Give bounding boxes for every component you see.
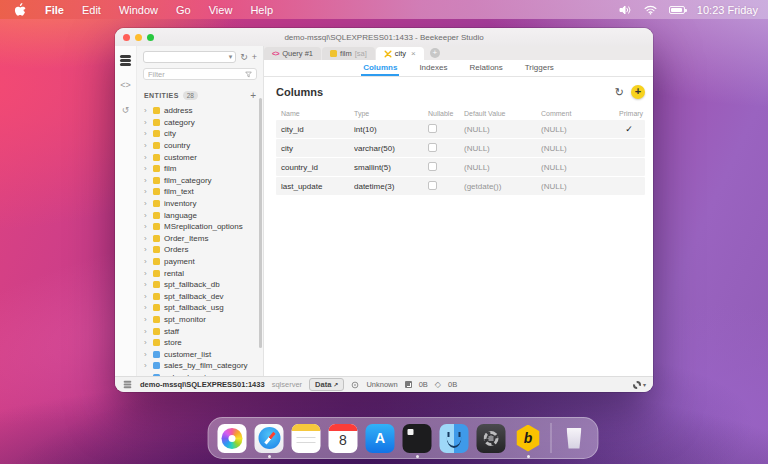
expand-caret-icon[interactable]: › [144, 118, 149, 127]
dock-notes-icon[interactable] [292, 424, 321, 453]
dock-trash-icon[interactable] [560, 424, 589, 453]
expand-caret-icon[interactable]: › [144, 373, 149, 376]
sidebar-entity[interactable]: › film_category [144, 175, 263, 187]
sidebar-scrollbar[interactable] [259, 98, 262, 348]
new-tab-button[interactable]: + [430, 48, 440, 58]
sidebar-entity[interactable]: › film_text [144, 186, 263, 198]
settings-gear-button[interactable]: ▾ [633, 381, 646, 389]
add-entity-icon[interactable]: + [250, 90, 256, 101]
menu-item-help[interactable]: Help [241, 4, 282, 16]
nullable-checkbox[interactable] [428, 181, 437, 190]
default-value-cell[interactable]: (NULL) [464, 144, 541, 153]
expand-caret-icon[interactable]: › [144, 350, 149, 359]
refresh-columns-icon[interactable]: ↻ [615, 87, 624, 98]
sidebar-entity[interactable]: › film [144, 163, 263, 175]
dock-photos-icon[interactable] [218, 424, 247, 453]
nullable-cell[interactable] [428, 143, 464, 154]
sidebar-entity[interactable]: › country [144, 140, 263, 152]
dock-settings-icon[interactable] [477, 424, 506, 453]
comment-cell[interactable]: (NULL) [541, 163, 619, 172]
expand-caret-icon[interactable]: › [144, 245, 149, 254]
sidebar-entity[interactable]: › customer_list [144, 348, 263, 360]
expand-caret-icon[interactable]: › [144, 280, 149, 289]
comment-cell[interactable]: (NULL) [541, 144, 619, 153]
expand-caret-icon[interactable]: › [144, 257, 149, 266]
entity-filter-input[interactable] [148, 70, 245, 79]
expand-caret-icon[interactable]: › [144, 199, 149, 208]
table-row[interactable]: city varchar(50) (NULL) (NULL) × [276, 139, 645, 157]
menu-item-view[interactable]: View [200, 4, 242, 16]
database-select[interactable]: ▾ [143, 51, 236, 63]
dock-appstore-icon[interactable] [366, 424, 395, 453]
dock-safari-icon[interactable] [255, 424, 284, 453]
subtab-indexes[interactable]: Indexes [417, 63, 449, 76]
add-column-button[interactable]: + [631, 85, 645, 99]
dock-calendar-icon[interactable]: 8 [329, 424, 358, 453]
expand-caret-icon[interactable]: › [144, 153, 149, 162]
expand-caret-icon[interactable]: › [144, 164, 149, 173]
tab-film[interactable]: film [sa] [322, 47, 375, 60]
expand-caret-icon[interactable]: › [144, 327, 149, 336]
primary-key-check[interactable]: ✓ [619, 124, 639, 134]
expand-caret-icon[interactable]: › [144, 303, 149, 312]
close-tab-icon[interactable]: × [411, 49, 416, 58]
expand-caret-icon[interactable]: › [144, 315, 149, 324]
default-value-cell[interactable]: (NULL) [464, 125, 541, 134]
filter-funnel-icon[interactable] [245, 71, 252, 78]
nullable-cell[interactable] [428, 181, 464, 192]
wifi-icon[interactable] [644, 5, 657, 15]
expand-caret-icon[interactable]: › [144, 269, 149, 278]
dock-dark-app-icon[interactable] [403, 424, 432, 453]
sidebar-entity[interactable]: › language [144, 209, 263, 221]
column-type-cell[interactable]: int(10) [354, 125, 428, 134]
sidebar-entity[interactable]: › city [144, 128, 263, 140]
sidebar-entity[interactable]: › payment [144, 256, 263, 268]
menu-item-file[interactable]: File [36, 4, 73, 16]
expand-caret-icon[interactable]: › [144, 141, 149, 150]
column-type-cell[interactable]: varchar(50) [354, 144, 428, 153]
expand-caret-icon[interactable]: › [144, 187, 149, 196]
subtab-columns[interactable]: Columns [361, 63, 399, 76]
table-row[interactable]: country_id smallint(5) (NULL) (NULL) × [276, 158, 645, 176]
data-mode-button[interactable]: Data ↗ [309, 378, 344, 391]
table-row[interactable]: last_update datetime(3) (getdate()) (NUL… [276, 177, 645, 195]
sidebar-entity[interactable]: › sales_by_film_category [144, 360, 263, 372]
entity-filter[interactable] [143, 68, 257, 80]
sidebar-entity[interactable]: › sales_by_store [144, 372, 263, 376]
nullable-cell[interactable] [428, 162, 464, 173]
history-nav-icon[interactable]: ↺ [119, 104, 133, 116]
expand-caret-icon[interactable]: › [144, 222, 149, 231]
tab-query-1[interactable]: <> Query #1 [264, 47, 321, 60]
expand-caret-icon[interactable]: › [144, 211, 149, 220]
sidebar-entity[interactable]: › customer [144, 151, 263, 163]
nullable-checkbox[interactable] [428, 162, 437, 171]
dock-beekeeper-icon[interactable]: b [514, 424, 543, 453]
column-name-cell[interactable]: city_id [276, 125, 354, 134]
default-value-cell[interactable]: (NULL) [464, 163, 541, 172]
sidebar-entity[interactable]: › Order_Items [144, 233, 263, 245]
nullable-checkbox[interactable] [428, 124, 437, 133]
column-name-cell[interactable]: country_id [276, 163, 354, 172]
sidebar-entity[interactable]: › store [144, 337, 263, 349]
expand-caret-icon[interactable]: › [144, 361, 149, 370]
tab-city[interactable]: city × [376, 47, 424, 60]
queries-nav-icon[interactable]: <> [119, 79, 133, 91]
nullable-checkbox[interactable] [428, 143, 437, 152]
nullable-cell[interactable] [428, 124, 464, 135]
sidebar-entity[interactable]: › spt_fallback_db [144, 279, 263, 291]
subtab-triggers[interactable]: Triggers [523, 63, 556, 76]
expand-caret-icon[interactable]: › [144, 176, 149, 185]
sidebar-entity[interactable]: › staff [144, 325, 263, 337]
sidebar-entity[interactable]: › MSreplication_options [144, 221, 263, 233]
menu-item-go[interactable]: Go [167, 4, 200, 16]
column-name-cell[interactable]: last_update [276, 182, 354, 191]
sidebar-entity[interactable]: › inventory [144, 198, 263, 210]
table-row[interactable]: city_id int(10) (NULL) (NULL) ✓ × [276, 120, 645, 138]
sidebar-entity[interactable]: › rental [144, 267, 263, 279]
refresh-entities-icon[interactable]: ↻ [240, 53, 248, 62]
database-nav-icon[interactable] [119, 54, 133, 66]
sidebar-entity[interactable]: › spt_fallback_usg [144, 302, 263, 314]
sidebar-entity[interactable]: › Orders [144, 244, 263, 256]
volume-icon[interactable] [619, 5, 632, 15]
comment-cell[interactable]: (NULL) [541, 125, 619, 134]
